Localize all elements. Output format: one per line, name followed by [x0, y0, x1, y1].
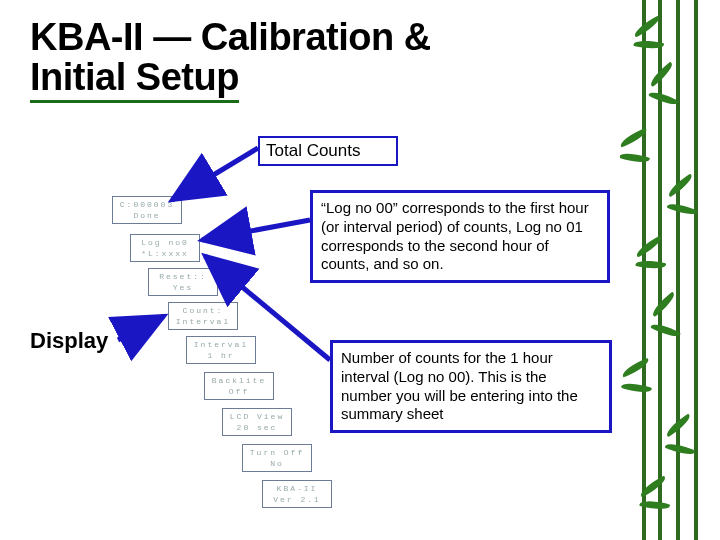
- display-screen: C:000003 Done: [112, 196, 182, 224]
- callout-log-note: “Log no 00” corresponds to the first hou…: [310, 190, 610, 283]
- display-screen: LCD View 20 sec: [222, 408, 292, 436]
- svg-line-0: [172, 148, 258, 200]
- label-total-counts: Total Counts: [258, 136, 398, 166]
- display-screen: Turn Off No: [242, 444, 312, 472]
- bamboo-decor: [620, 0, 720, 540]
- display-screen: Backlite Off: [204, 372, 274, 400]
- title-line-2: Initial Setup: [30, 58, 239, 103]
- display-screen: KBA-II Ver 2.1: [262, 480, 332, 508]
- display-screen: Interval 1 hr: [186, 336, 256, 364]
- label-display: Display: [30, 328, 108, 354]
- display-screen: Count: Interval: [168, 302, 238, 330]
- title-line-1: KBA-II — Calibration &: [30, 16, 431, 58]
- svg-line-3: [118, 316, 164, 340]
- svg-line-1: [202, 220, 310, 240]
- page-title: KBA-II — Calibration & Initial Setup: [30, 18, 431, 103]
- display-screen: Log no0 *L:xxxx: [130, 234, 200, 262]
- callout-counts-note: Number of counts for the 1 hour interval…: [330, 340, 612, 433]
- display-screen: Reset:: Yes: [148, 268, 218, 296]
